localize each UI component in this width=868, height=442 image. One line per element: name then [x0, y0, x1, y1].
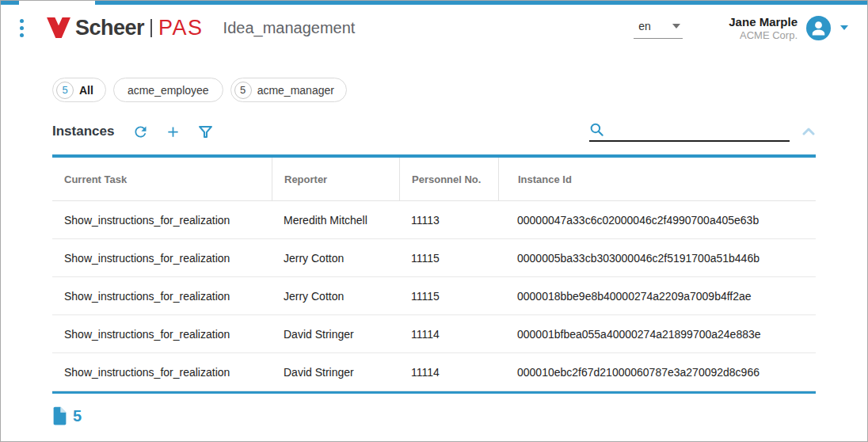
- instances-title: Instances: [52, 124, 114, 139]
- table-row[interactable]: Show_instructions_for_realization Meredi…: [52, 201, 816, 239]
- cell-current-task: Show_instructions_for_realization: [52, 214, 272, 227]
- table-row[interactable]: Show_instructions_for_realization David …: [52, 315, 816, 353]
- page-title: Idea_management: [223, 19, 356, 37]
- search-icon: [589, 122, 605, 138]
- collapse-chevron-up-icon[interactable]: [801, 126, 816, 137]
- cell-current-task: Show_instructions_for_realization: [52, 328, 272, 341]
- user-menu-chevron-down-icon[interactable]: [840, 25, 848, 30]
- chip-acme-employee-label: acme_employee: [128, 84, 209, 97]
- chip-acme-employee[interactable]: acme_employee: [113, 78, 223, 102]
- top-accent-bar: [1, 1, 867, 5]
- user-avatar-icon[interactable]: [806, 16, 831, 40]
- table-row[interactable]: Show_instructions_for_realization Jerry …: [52, 239, 816, 277]
- cell-reporter: David Stringer: [272, 328, 399, 341]
- app-header: Scheer PAS Idea_management en Jane Marpl…: [1, 5, 867, 51]
- cell-instance-id: 000001bfbea055a40000274a21899700a24e883e: [498, 328, 816, 341]
- search-input[interactable]: [610, 125, 790, 138]
- cell-personnel-no: 11114: [399, 328, 498, 341]
- logo-separator: [150, 19, 152, 37]
- user-name: Jane Marple: [729, 15, 798, 29]
- app-window: Scheer PAS Idea_management en Jane Marpl…: [0, 0, 868, 442]
- cell-reporter: Jerry Cotton: [272, 252, 399, 265]
- header-right: en Jane Marple ACME Corp.: [634, 15, 848, 41]
- cell-personnel-no: 11115: [399, 290, 498, 303]
- toolbar-icons: [132, 124, 214, 140]
- cell-personnel-no: 11113: [399, 214, 498, 227]
- cell-personnel-no: 11115: [399, 252, 498, 265]
- chip-acme-manager[interactable]: 5 acme_manager: [230, 78, 347, 102]
- cell-instance-id: 0000005ba33cb303000046c2f5191700a51b446b: [498, 252, 816, 265]
- filter-chips: 5 All acme_employee 5 acme_manager: [52, 78, 867, 102]
- chip-all[interactable]: 5 All: [52, 78, 106, 102]
- document-icon: [51, 406, 68, 426]
- instances-toolbar: Instances: [52, 119, 816, 144]
- table-row[interactable]: Show_instructions_for_realization Jerry …: [52, 277, 816, 315]
- column-header-personnel-no: Personnel No.: [399, 158, 498, 200]
- refresh-icon[interactable]: [132, 124, 149, 140]
- column-header-reporter: Reporter: [272, 158, 399, 200]
- column-header-instance-id: Instance Id: [498, 158, 816, 200]
- chip-all-label: All: [79, 84, 93, 97]
- cell-current-task: Show_instructions_for_realization: [52, 252, 272, 265]
- cell-reporter: Meredith Mitchell: [272, 214, 399, 227]
- table-footer: 5: [51, 406, 867, 426]
- user-company: ACME Corp.: [729, 29, 798, 41]
- table-row[interactable]: Show_instructions_for_realization David …: [52, 353, 816, 391]
- cell-instance-id: 0000018bbe9e8b40000274a2209a7009b4ff2ae: [498, 290, 816, 303]
- record-count: 5: [73, 407, 82, 425]
- logo-product-text: PAS: [158, 16, 204, 40]
- scheer-logo-icon: [46, 17, 71, 39]
- add-icon[interactable]: [165, 124, 181, 140]
- cell-current-task: Show_instructions_for_realization: [52, 366, 272, 379]
- cell-instance-id: 000010ebc2f67d21000060787e3a270092d8c966: [498, 366, 816, 379]
- instances-table: Current Task Reporter Personnel No. Inst…: [52, 154, 816, 394]
- language-dropdown-arrow-icon: [672, 24, 680, 29]
- cell-current-task: Show_instructions_for_realization: [52, 290, 272, 303]
- cell-instance-id: 00000047a33c6c02000046c2f4990700a405e63b: [498, 214, 816, 227]
- user-block: Jane Marple ACME Corp.: [729, 15, 848, 41]
- table-header-row: Current Task Reporter Personnel No. Inst…: [52, 158, 816, 201]
- kebab-menu-icon[interactable]: [12, 19, 31, 37]
- cell-reporter: David Stringer: [272, 366, 399, 379]
- top-bar-loading-gap: [19, 1, 95, 5]
- table-body: Show_instructions_for_realization Meredi…: [52, 201, 816, 391]
- cell-personnel-no: 11114: [399, 366, 498, 379]
- user-text: Jane Marple ACME Corp.: [729, 15, 798, 41]
- search-field: [589, 122, 790, 142]
- chip-acme-manager-label: acme_manager: [257, 84, 334, 97]
- scheer-pas-logo: Scheer PAS: [46, 16, 204, 40]
- logo-brand-text: Scheer: [75, 16, 144, 40]
- column-header-current-task: Current Task: [52, 158, 272, 200]
- chip-acme-manager-count: 5: [234, 82, 252, 99]
- chip-all-count: 5: [56, 82, 74, 99]
- filter-icon[interactable]: [197, 124, 214, 140]
- language-select[interactable]: en: [634, 17, 683, 39]
- language-selected-value: en: [638, 20, 651, 32]
- cell-reporter: Jerry Cotton: [272, 290, 399, 303]
